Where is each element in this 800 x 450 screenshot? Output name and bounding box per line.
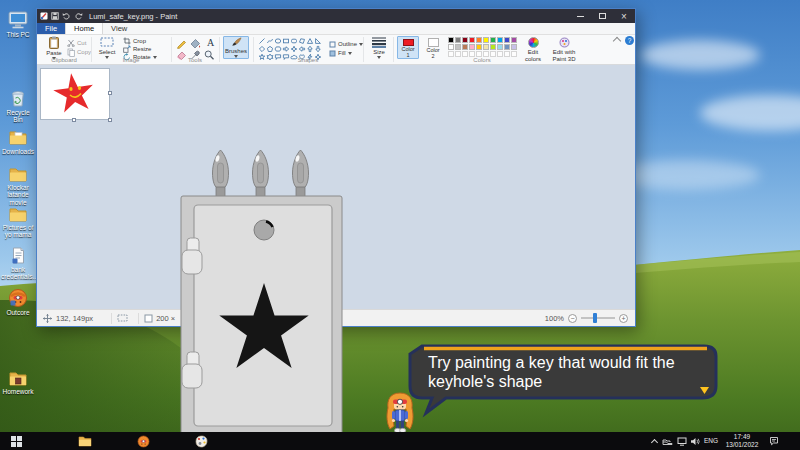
minimize-button[interactable] <box>569 9 591 23</box>
safe[interactable] <box>178 147 348 439</box>
palette-swatch[interactable] <box>497 37 503 43</box>
palette-swatch[interactable] <box>497 44 503 50</box>
fill-style-icon <box>329 50 336 57</box>
desktop-icon-this-pc[interactable]: This PC <box>1 10 35 38</box>
language-indicator[interactable]: ENG <box>702 432 720 450</box>
palette-swatch[interactable] <box>455 37 461 43</box>
paint-canvas[interactable] <box>41 69 109 119</box>
palette-swatch[interactable] <box>483 37 489 43</box>
palette-swatch[interactable] <box>504 37 510 43</box>
palette-swatch[interactable] <box>476 44 482 50</box>
maximize-button[interactable] <box>591 9 613 23</box>
outline-label: Outline <box>338 41 357 47</box>
redo-icon[interactable] <box>74 12 83 20</box>
fill-button[interactable]: Fill <box>329 49 352 57</box>
desktop-icon-label: Downloads <box>1 148 35 155</box>
canvas-resize-handle[interactable] <box>108 118 112 122</box>
palette-swatch[interactable] <box>469 37 475 43</box>
brushes-button[interactable]: Brushes <box>223 36 249 59</box>
tray-onedrive-icon[interactable] <box>661 432 674 450</box>
size-button[interactable]: Size <box>367 37 391 59</box>
volume-icon[interactable] <box>688 432 701 450</box>
palette-swatch[interactable] <box>490 37 496 43</box>
palette-swatch[interactable] <box>504 44 510 50</box>
resize-label: Resize <box>133 46 151 52</box>
windows-logo-icon <box>11 436 22 447</box>
desktop-icon-label: Outcore <box>1 309 35 316</box>
desktop-icon-label: Klockar latande movie <box>1 184 35 206</box>
cut-button[interactable]: Cut <box>67 39 86 47</box>
desktop-icon-outcore[interactable]: Outcore <box>1 288 35 316</box>
outline-button[interactable]: Outline <box>329 40 363 48</box>
palette-swatch[interactable] <box>448 44 454 50</box>
desktop-icon-downloads[interactable]: Downloads <box>1 128 35 155</box>
edit-colors-icon <box>528 37 539 48</box>
undo-icon[interactable] <box>62 12 71 20</box>
color1-number: 1 <box>406 52 409 58</box>
clock[interactable]: 17:49 13/01/2022 <box>722 432 762 450</box>
crop-button[interactable]: Crop <box>123 37 146 45</box>
crop-icon <box>123 37 131 45</box>
palette-swatch[interactable] <box>476 37 482 43</box>
text-tool[interactable]: A <box>205 37 216 48</box>
network-icon[interactable] <box>675 432 688 450</box>
palette-swatch[interactable] <box>483 44 489 50</box>
zoom-slider-thumb[interactable] <box>593 313 597 323</box>
cut-icon <box>67 39 75 47</box>
palette-swatch[interactable] <box>469 44 475 50</box>
desktop-icon-pictures-folder[interactable]: Pictures of yo mama <box>1 206 35 239</box>
color1-button[interactable]: Color 1 <box>397 36 419 59</box>
color2-button[interactable]: Color 2 <box>422 36 444 59</box>
palette-swatch[interactable] <box>490 44 496 50</box>
taskbar-outcore[interactable] <box>132 432 154 450</box>
desktop-icon-homework[interactable]: Homework <box>1 370 35 395</box>
tools-group-label: Tools <box>173 57 217 63</box>
edit-with-paint3d-button[interactable]: Edit with Paint 3D <box>549 37 579 62</box>
palette-swatch[interactable] <box>462 44 468 50</box>
start-button[interactable] <box>4 432 28 450</box>
ribbon-tab-strip: File Home View <box>37 23 635 35</box>
zoom-slider[interactable] <box>581 317 615 319</box>
desktop-icon-recycle-bin[interactable]: Recycle Bin <box>1 88 35 124</box>
taskbar-file-explorer[interactable] <box>74 432 96 450</box>
palette-swatch[interactable] <box>511 44 517 50</box>
collapse-ribbon-icon[interactable] <box>613 37 621 45</box>
desktop-icon-movie-folder[interactable]: Klockar latande movie <box>1 166 35 206</box>
palette-swatch[interactable] <box>455 44 461 50</box>
desktop-icon-label: Recycle Bin <box>1 109 35 124</box>
help-icon[interactable]: ? <box>625 36 634 45</box>
desktop: This PC Recycle Bin Downloads Klockar la… <box>0 0 800 450</box>
fill-tool[interactable] <box>190 38 201 49</box>
size-dropdown-arrow <box>377 56 381 59</box>
red-star-drawing <box>41 69 109 119</box>
zoom-out-button[interactable]: − <box>568 314 577 323</box>
close-button[interactable]: × <box>613 9 635 23</box>
recycle-bin-icon <box>7 88 29 108</box>
canvas-resize-handle[interactable] <box>72 118 76 122</box>
folder-with-doc-icon <box>7 128 29 147</box>
fill-label: Fill <box>338 50 346 56</box>
desktop-icon-label: Pictures of yo mama <box>1 224 35 239</box>
palette-swatch[interactable] <box>511 37 517 43</box>
tab-home[interactable]: Home <box>65 23 103 34</box>
pencil-tool[interactable] <box>176 38 187 49</box>
tray-chevron-up-icon[interactable] <box>648 432 660 450</box>
resize-button[interactable]: Resize <box>123 45 151 53</box>
canvas-resize-handle[interactable] <box>108 91 112 95</box>
palette-swatch[interactable] <box>448 37 454 43</box>
desktop-icon-label: bank credentials... <box>1 266 35 281</box>
edit-colors-label-2: colors <box>525 56 541 62</box>
save-icon[interactable] <box>51 12 59 20</box>
paint3d-label-2: Paint 3D <box>552 56 575 62</box>
desktop-icon-label: Homework <box>1 388 35 395</box>
image-group-label: Image <box>93 57 169 63</box>
zoom-in-button[interactable]: + <box>619 314 628 323</box>
notification-center-icon[interactable] <box>766 432 782 450</box>
tab-file[interactable]: File <box>37 23 65 34</box>
desktop-icon-bank-credentials[interactable]: bank credentials... <box>1 246 35 281</box>
copy-button[interactable]: Copy <box>67 48 91 56</box>
palette-swatch[interactable] <box>462 37 468 43</box>
select-button[interactable]: Select <box>95 36 119 59</box>
taskbar-paint[interactable] <box>190 432 212 450</box>
tab-view[interactable]: View <box>103 23 135 34</box>
